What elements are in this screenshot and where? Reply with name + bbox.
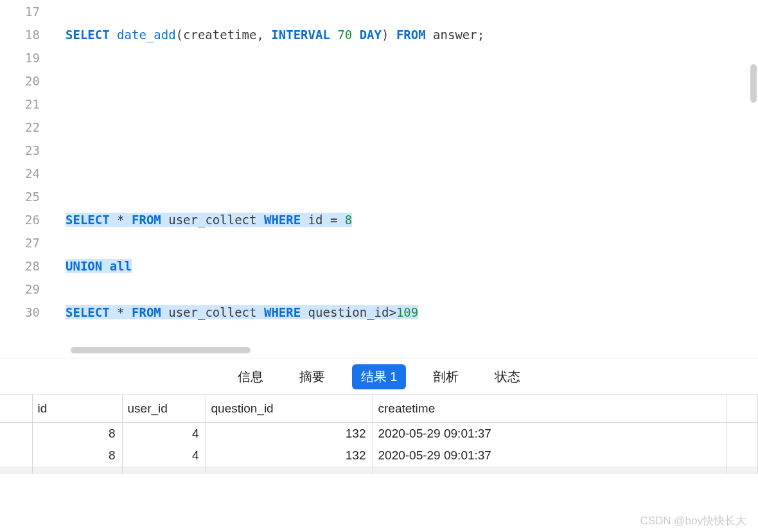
row-marker [0, 445, 32, 466]
cell-question-id: 132 [206, 423, 373, 445]
tab-summary[interactable]: 摘要 [290, 364, 334, 389]
horizontal-scrollbar[interactable] [64, 347, 745, 356]
cell-user-id: 4 [122, 445, 206, 466]
scroll-thumb[interactable] [71, 347, 251, 353]
results-table[interactable]: id user_id question_id createtime 8 4 13… [0, 395, 758, 474]
cell-createtime: 2020-05-29 09:01:37 [373, 423, 727, 445]
table-row[interactable]: 8 4 132 2020-05-29 09:01:37 [0, 445, 758, 466]
result-tabs: 信息 摘要 结果 1 剖析 状态 [0, 359, 758, 395]
watermark: CSDN @boy快快长大 [640, 513, 746, 528]
cell-extra [727, 445, 757, 466]
table-row[interactable]: 8 4 132 2020-05-29 09:01:37 [0, 423, 758, 445]
col-id[interactable]: id [32, 395, 122, 423]
cell-id: 8 [32, 445, 122, 466]
cell-question-id: 132 [206, 445, 373, 466]
table-header-row: id user_id question_id createtime [0, 395, 758, 423]
tab-status[interactable]: 状态 [486, 364, 529, 389]
tab-info[interactable]: 信息 [229, 364, 272, 389]
tab-result-1[interactable]: 结果 1 [352, 364, 407, 389]
col-createtime[interactable]: createtime [373, 395, 727, 423]
tab-profile[interactable]: 剖析 [424, 364, 468, 389]
sql-editor[interactable]: 171819 202122 232425 262728 2930 SELECT … [0, 0, 758, 359]
col-rownum[interactable] [0, 395, 32, 423]
col-question-id[interactable]: question_id [206, 395, 373, 423]
row-marker [0, 423, 32, 445]
cell-user-id: 4 [122, 423, 206, 445]
cell-createtime: 2020-05-29 09:01:37 [373, 445, 727, 466]
results-grid[interactable]: id user_id question_id createtime 8 4 13… [0, 395, 758, 474]
vertical-scrollbar[interactable] [750, 64, 757, 103]
cell-extra [727, 423, 757, 445]
col-user-id[interactable]: user_id [122, 395, 206, 423]
cell-id: 8 [32, 423, 122, 445]
code-content[interactable]: SELECT date_add(createtime, INTERVAL 70 … [51, 0, 758, 359]
table-row-empty [0, 466, 758, 474]
line-gutter: 171819 202122 232425 262728 2930 [0, 0, 51, 359]
col-extra[interactable] [727, 395, 757, 423]
